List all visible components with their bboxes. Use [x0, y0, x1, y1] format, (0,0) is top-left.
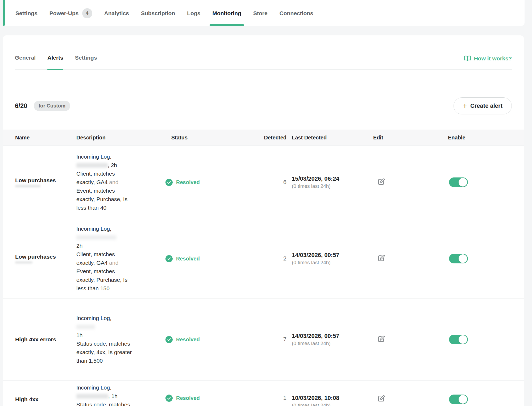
description-line: Incoming Log, [76, 152, 164, 161]
top-nav-item-analytics[interactable]: Analytics [104, 1, 129, 26]
column-header-description: Description [76, 135, 164, 141]
description-line: Status code, matches [76, 339, 164, 348]
description-line: 1h [76, 331, 164, 339]
subtab-general[interactable]: General [15, 55, 36, 69]
enable-toggle[interactable] [449, 335, 468, 344]
column-header-detected: Detected [252, 135, 292, 141]
detected-count: 1 [252, 383, 292, 401]
description-line: Event, matches [76, 187, 164, 195]
redacted-text [76, 325, 95, 329]
description-text: 2h [76, 243, 82, 249]
active-section-accent [3, 0, 5, 26]
last-detected-cell: 14/03/2026, 00:57(0 times last 24h) [292, 252, 373, 266]
enable-cell [448, 383, 524, 404]
top-nav-item-logs[interactable]: Logs [187, 1, 200, 26]
enable-toggle[interactable] [449, 254, 468, 263]
alert-description: Incoming Log,, 2hClient, matchesexactly,… [76, 152, 164, 212]
description-text: Incoming Log, [76, 384, 111, 391]
toggle-knob [459, 335, 467, 344]
top-nav-item-store[interactable]: Store [253, 1, 268, 26]
enable-toggle[interactable] [449, 177, 468, 187]
alert-row-low-purchases: Low purchasesIncoming Log,, 2hClient, ma… [3, 146, 524, 219]
last-detected-cell: 10/03/2026, 10:08(0 times last 24h) [292, 383, 373, 406]
description-text: Client, matches [76, 171, 115, 177]
description-text: than 1,500 [76, 358, 103, 364]
description-text: exactly, Purchase, Is [76, 196, 127, 202]
create-alert-button[interactable]: + Create alert [454, 97, 512, 114]
edit-alert-button[interactable] [377, 395, 385, 403]
top-nav-item-connections[interactable]: Connections [280, 1, 313, 26]
top-nav-item-label: Monitoring [212, 10, 241, 16]
subtab-alerts[interactable]: Alerts [47, 55, 63, 69]
top-navbar: SettingsPower-Ups4AnalyticsSubscriptionL… [3, 0, 525, 26]
how-it-works-link[interactable]: How it works? [464, 55, 512, 62]
top-nav-item-settings[interactable]: Settings [15, 1, 38, 26]
top-nav-item-subscription[interactable]: Subscription [141, 1, 175, 26]
alert-status: Resolved [164, 383, 252, 402]
description-line: than 1,500 [76, 357, 164, 365]
description-line: Incoming Log, [76, 383, 164, 392]
enable-toggle[interactable] [449, 395, 468, 404]
description-text: less than 150 [76, 285, 110, 291]
last-detected-frequency: (0 times last 24h) [292, 403, 373, 406]
last-detected-cell: 14/03/2026, 00:57(0 times last 24h) [292, 333, 373, 346]
check-circle-icon [165, 179, 173, 186]
alert-usage-count: 6/20 [15, 102, 27, 110]
top-nav-item-power-ups[interactable]: Power-Ups4 [49, 1, 92, 26]
edit-cell [373, 254, 448, 263]
top-nav-item-label: Analytics [104, 10, 129, 16]
description-line: Client, matches [76, 250, 164, 259]
last-detected-datetime: 10/03/2026, 10:08 [292, 395, 373, 401]
description-line: 2h [76, 242, 164, 250]
open-book-icon [464, 55, 471, 62]
redacted-text [76, 394, 108, 399]
description-text: 1h [76, 332, 82, 338]
last-detected-frequency: (0 times last 24h) [292, 183, 373, 189]
top-nav-item-monitoring[interactable]: Monitoring [212, 1, 241, 26]
edit-pencil-icon [377, 335, 385, 343]
status-label: Resolved [176, 337, 200, 343]
description-line: exactly, 4xx, Is greater [76, 348, 164, 357]
last-detected-cell: 15/03/2026, 06:24(0 times last 24h) [292, 175, 373, 189]
description-line: Incoming Log, [76, 314, 164, 322]
alert-row-high-4xx-errors: High 4xx errorsIncoming Log,1hStatus cod… [3, 299, 524, 381]
description-line [76, 233, 164, 242]
column-header-enable: Enable [448, 135, 524, 141]
alert-name-cell: Low purchases [15, 177, 76, 187]
alert-row-low-purchases: Low purchasesIncoming Log,2hClient, matc… [3, 219, 524, 299]
description-line: exactly, GA4 and [76, 178, 164, 187]
edit-pencil-icon [377, 395, 385, 403]
description-text: , 1h [108, 393, 118, 399]
alert-name-cell: Low purchases [15, 254, 76, 264]
alert-status: Resolved [164, 255, 252, 262]
top-nav-item-label: Connections [280, 10, 313, 16]
edit-alert-button[interactable] [377, 254, 385, 262]
alert-usage: 6/20 for Custom [15, 101, 70, 111]
edit-cell [373, 383, 448, 404]
status-label: Resolved [176, 256, 200, 262]
description-conjunction: and [109, 179, 118, 185]
description-line: less than 150 [76, 284, 164, 293]
alerts-toolbar: 6/20 for Custom + Create alert [3, 97, 524, 114]
monitoring-panel: GeneralAlertsSettings How it works? 6/20… [3, 35, 524, 406]
edit-alert-button[interactable] [377, 178, 385, 186]
how-it-works-label: How it works? [474, 55, 512, 62]
description-text: Event, matches [76, 268, 115, 274]
description-text: Status code, matches [76, 341, 130, 347]
plus-icon: + [463, 102, 467, 110]
column-header-status: Status [164, 135, 252, 141]
toggle-knob [459, 178, 467, 187]
detected-count: 7 [252, 336, 292, 343]
edit-pencil-icon [377, 178, 385, 186]
description-line: Client, matches [76, 169, 164, 178]
edit-cell [373, 335, 448, 344]
top-nav-item-label: Store [253, 10, 268, 16]
description-line: , 2h [76, 161, 164, 169]
alert-name: Low purchases [15, 177, 56, 184]
subtab-settings[interactable]: Settings [75, 55, 97, 69]
alerts-table: NameDescriptionStatusDetectedLast Detect… [3, 130, 524, 406]
column-header-last-detected: Last Detected [292, 135, 373, 141]
subtabs-divider [15, 69, 512, 70]
edit-alert-button[interactable] [377, 335, 385, 343]
description-text: exactly, Purchase, Is [76, 277, 127, 283]
